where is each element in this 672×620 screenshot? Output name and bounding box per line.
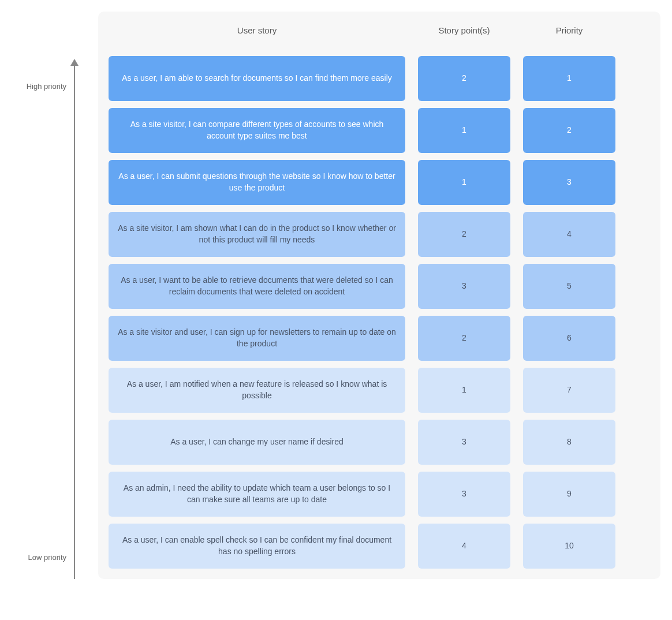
- header-story-points: Story point(s): [418, 22, 510, 39]
- user-story-cell: As a user, I can enable spell check so I…: [109, 524, 405, 569]
- story-points-cell: 4: [418, 524, 510, 569]
- priority-cell: 8: [523, 420, 615, 465]
- axis-label-high: High priority: [27, 82, 66, 91]
- header-row: User story Story point(s) Priority: [109, 22, 650, 39]
- table-row: As a site visitor, I can compare differe…: [109, 108, 650, 153]
- story-points-cell: 1: [418, 368, 510, 413]
- user-story-cell: As a user, I am able to search for docum…: [109, 56, 405, 101]
- table-row: As a user, I want to be able to retrieve…: [109, 264, 650, 309]
- user-story-cell: As an admin, I need the ability to updat…: [109, 472, 405, 517]
- priority-cell: 2: [523, 108, 615, 153]
- table-row: As a user, I am able to search for docum…: [109, 56, 650, 101]
- axis-label-low: Low priority: [28, 553, 66, 562]
- axis-line: [74, 64, 75, 579]
- user-story-cell: As a site visitor and user, I can sign u…: [109, 316, 405, 361]
- story-points-cell: 3: [418, 472, 510, 517]
- story-points-cell: 1: [418, 108, 510, 153]
- rows-container: As a user, I am able to search for docum…: [109, 56, 650, 569]
- priority-cell: 5: [523, 264, 615, 309]
- table-row: As a site visitor, I am shown what I can…: [109, 212, 650, 257]
- backlog-table: User story Story point(s) Priority As a …: [98, 12, 660, 579]
- header-priority: Priority: [523, 22, 615, 39]
- story-points-cell: 2: [418, 212, 510, 257]
- priority-cell: 7: [523, 368, 615, 413]
- table-row: As a site visitor and user, I can sign u…: [109, 316, 650, 361]
- story-points-cell: 2: [418, 316, 510, 361]
- table-row: As a user, I can submit questions throug…: [109, 160, 650, 205]
- story-points-cell: 2: [418, 56, 510, 101]
- user-story-cell: As a user, I can change my user name if …: [109, 420, 405, 465]
- story-points-cell: 3: [418, 264, 510, 309]
- table-row: As an admin, I need the ability to updat…: [109, 472, 650, 517]
- priority-cell: 4: [523, 212, 615, 257]
- priority-cell: 9: [523, 472, 615, 517]
- user-story-cell: As a user, I am notified when a new feat…: [109, 368, 405, 413]
- priority-cell: 3: [523, 160, 615, 205]
- priority-axis: High priority Low priority: [12, 12, 98, 579]
- user-story-cell: As a user, I can submit questions throug…: [109, 160, 405, 205]
- user-story-cell: As a user, I want to be able to retrieve…: [109, 264, 405, 309]
- user-story-cell: As a site visitor, I am shown what I can…: [109, 212, 405, 257]
- user-story-cell: As a site visitor, I can compare differe…: [109, 108, 405, 153]
- story-points-cell: 1: [418, 160, 510, 205]
- backlog-diagram: High priority Low priority User story St…: [12, 12, 660, 579]
- table-row: As a user, I can enable spell check so I…: [109, 524, 650, 569]
- table-row: As a user, I am notified when a new feat…: [109, 368, 650, 413]
- story-points-cell: 3: [418, 420, 510, 465]
- priority-cell: 1: [523, 56, 615, 101]
- priority-cell: 10: [523, 524, 615, 569]
- table-row: As a user, I can change my user name if …: [109, 420, 650, 465]
- header-user-story: User story: [109, 22, 405, 39]
- priority-cell: 6: [523, 316, 615, 361]
